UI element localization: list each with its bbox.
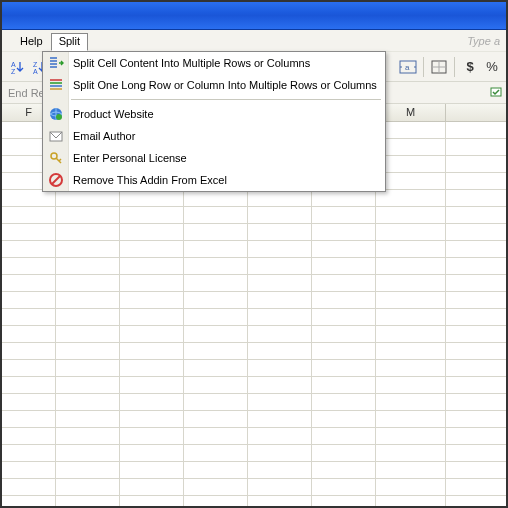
- cell[interactable]: [248, 275, 312, 291]
- cell[interactable]: [120, 479, 184, 495]
- cell[interactable]: [56, 377, 120, 393]
- cell[interactable]: [184, 326, 248, 342]
- cell[interactable]: [376, 445, 446, 461]
- cell[interactable]: [312, 343, 376, 359]
- cell[interactable]: [248, 428, 312, 444]
- cell[interactable]: [248, 258, 312, 274]
- cell[interactable]: [184, 258, 248, 274]
- cell[interactable]: [56, 258, 120, 274]
- cell[interactable]: [2, 377, 56, 393]
- cell[interactable]: [376, 207, 446, 223]
- cell[interactable]: [312, 190, 376, 206]
- menu-email-author[interactable]: Email Author: [43, 125, 385, 147]
- cell[interactable]: [376, 326, 446, 342]
- cell[interactable]: [376, 139, 446, 155]
- cell[interactable]: [312, 224, 376, 240]
- cell[interactable]: [312, 496, 376, 508]
- menu-enter-license[interactable]: Enter Personal License: [43, 147, 385, 169]
- cell[interactable]: [2, 309, 56, 325]
- cell[interactable]: [184, 292, 248, 308]
- cell[interactable]: [312, 275, 376, 291]
- cell[interactable]: [56, 428, 120, 444]
- cell[interactable]: [2, 496, 56, 508]
- menu-split-long-row[interactable]: Split One Long Row or Column Into Multip…: [43, 74, 385, 96]
- cell[interactable]: [312, 292, 376, 308]
- cell[interactable]: [184, 462, 248, 478]
- cell[interactable]: [120, 275, 184, 291]
- cell[interactable]: [2, 411, 56, 427]
- cell[interactable]: [2, 258, 56, 274]
- cell[interactable]: [120, 411, 184, 427]
- cell[interactable]: [2, 241, 56, 257]
- sort-asc-icon[interactable]: AZ: [8, 57, 28, 77]
- cell[interactable]: [2, 207, 56, 223]
- cell[interactable]: [376, 377, 446, 393]
- cell[interactable]: [56, 479, 120, 495]
- cell[interactable]: [120, 360, 184, 376]
- cell[interactable]: [248, 309, 312, 325]
- cell[interactable]: [120, 496, 184, 508]
- cell[interactable]: [248, 292, 312, 308]
- cell[interactable]: [120, 343, 184, 359]
- cell[interactable]: [312, 309, 376, 325]
- cell[interactable]: [120, 241, 184, 257]
- cell[interactable]: [184, 394, 248, 410]
- cell[interactable]: [248, 377, 312, 393]
- cell[interactable]: [56, 241, 120, 257]
- cell[interactable]: [376, 496, 446, 508]
- cell[interactable]: [120, 428, 184, 444]
- cell[interactable]: [120, 394, 184, 410]
- cell[interactable]: [56, 496, 120, 508]
- cell[interactable]: [120, 207, 184, 223]
- menu-split-cell-content[interactable]: Split Cell Content Into Multiple Rows or…: [43, 52, 385, 74]
- cell[interactable]: [312, 241, 376, 257]
- cell[interactable]: [376, 394, 446, 410]
- cell[interactable]: [184, 377, 248, 393]
- cell[interactable]: [376, 479, 446, 495]
- type-question-box[interactable]: Type a: [467, 35, 502, 47]
- cell[interactable]: [120, 190, 184, 206]
- cell[interactable]: [376, 462, 446, 478]
- column-header[interactable]: M: [376, 104, 446, 121]
- cell[interactable]: [120, 445, 184, 461]
- cell[interactable]: [56, 292, 120, 308]
- cell[interactable]: [2, 428, 56, 444]
- borders-icon[interactable]: [429, 57, 449, 77]
- cell[interactable]: [184, 275, 248, 291]
- review-icon[interactable]: [488, 85, 504, 101]
- cell[interactable]: [120, 258, 184, 274]
- cell[interactable]: [2, 292, 56, 308]
- cell[interactable]: [2, 275, 56, 291]
- cell[interactable]: [56, 224, 120, 240]
- cell[interactable]: [312, 326, 376, 342]
- cell[interactable]: [56, 445, 120, 461]
- cell[interactable]: [56, 309, 120, 325]
- cell[interactable]: [184, 343, 248, 359]
- cell[interactable]: [56, 275, 120, 291]
- cell[interactable]: [184, 224, 248, 240]
- cell[interactable]: [2, 224, 56, 240]
- cell[interactable]: [248, 462, 312, 478]
- cell[interactable]: [376, 360, 446, 376]
- cell[interactable]: [184, 445, 248, 461]
- cell[interactable]: [184, 309, 248, 325]
- cell[interactable]: [248, 207, 312, 223]
- cell[interactable]: [2, 445, 56, 461]
- cell[interactable]: [248, 343, 312, 359]
- cell[interactable]: [184, 411, 248, 427]
- cell[interactable]: [56, 394, 120, 410]
- cell[interactable]: [2, 394, 56, 410]
- percent-icon[interactable]: %: [482, 57, 502, 77]
- cell[interactable]: [56, 360, 120, 376]
- cell[interactable]: [376, 275, 446, 291]
- cell[interactable]: [56, 207, 120, 223]
- cell[interactable]: [56, 462, 120, 478]
- cell[interactable]: [184, 360, 248, 376]
- cell[interactable]: [248, 394, 312, 410]
- cell[interactable]: [376, 156, 446, 172]
- cell[interactable]: [2, 462, 56, 478]
- cell[interactable]: [312, 360, 376, 376]
- cell[interactable]: [312, 207, 376, 223]
- cell[interactable]: [248, 496, 312, 508]
- cell[interactable]: [312, 445, 376, 461]
